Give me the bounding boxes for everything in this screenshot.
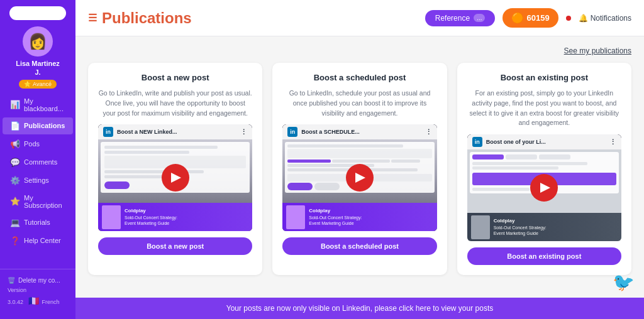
cards-grid: Boost a new post Go to LinkedIn, write a… [88,63,631,275]
sidebar-item-comments[interactable]: 💬 Comments [3,154,73,171]
sidebar: 👩 Lisa Martinez J. ⭐ Avancé 📊 My blackbo… [0,0,75,319]
play-button-3[interactable] [530,174,558,202]
video-footer-3: Coldplay Sold-Out Concert Strategy: Even… [467,213,621,241]
content-header: See my publications [88,46,631,55]
main-content: ☰ Publications Reference ... 🟠 60159 🔔 N… [75,0,644,319]
topbar-actions: Reference ... 🟠 60159 🔔 Notifications [425,8,631,28]
bird-mascot: 🐦 [613,272,638,297]
sidebar-item-help[interactable]: ❓ Help Center [3,232,73,249]
play-icon-1 [171,173,181,183]
boost-scheduled-button[interactable]: Boost a scheduled post [282,237,436,255]
boost-new-card: Boost a new post Go to LinkedIn, write a… [88,63,262,275]
video-footer-image-2 [286,205,305,229]
notification-dot [566,16,571,21]
tutorials-icon: 💻 [10,218,20,227]
play-button-2[interactable] [346,164,374,192]
video-footer-text-2: Coldplay Sold-Out Concert Strategy: Even… [309,208,362,226]
coin-icon: 🟠 [511,12,524,24]
language-flag: 🇫🇷 [28,295,39,308]
boost-existing-button[interactable]: Boost an existing post [467,247,621,265]
video-new[interactable]: in Boost a NEW Linked... ⋮ [98,124,252,231]
user-name-line2: J. [35,68,40,77]
video-menu-icon-3: ⋮ [609,138,616,146]
user-badge: ⭐ Avancé [19,80,57,89]
reference-button[interactable]: Reference ... [425,10,496,26]
delete-account-button[interactable]: 🗑️ Delete my co... [8,274,68,286]
video-footer-text-3: Coldplay Sold-Out Concert Strategy: Even… [494,218,547,236]
video-existing[interactable]: in Boost one of your Li... ⋮ [467,134,621,241]
page-title: ☰ Publications [88,9,192,27]
coins-button[interactable]: 🟠 60159 [502,8,558,28]
bottom-notification-bar[interactable]: Your posts are now only visible on Linke… [75,298,644,319]
bell-icon: 🔔 [579,14,588,23]
sidebar-item-settings[interactable]: ⚙️ Settings [3,172,73,189]
topbar: ☰ Publications Reference ... 🟠 60159 🔔 N… [75,0,644,36]
video-footer-text-1: Coldplay Sold-Out Concert Strategy: Even… [125,208,177,226]
pods-icon: 📢 [10,139,20,149]
user-name: Lisa Martinez [16,59,60,68]
boost-existing-card: Boost an existing post For an existing p… [457,63,631,275]
video-scheduled[interactable]: in Boost a SCHEDULE... ⋮ [282,124,436,231]
linkedin-icon-3: in [472,137,482,147]
video-menu-icon: ⋮ [240,128,247,136]
star-icon: ⭐ [24,81,31,87]
subscription-icon: ⭐ [10,197,20,206]
settings-icon: ⚙️ [10,176,20,185]
help-icon: ❓ [10,236,20,246]
sidebar-search[interactable] [9,6,66,20]
card-desc-scheduled: Go to LinkedIn, schedule your post as us… [282,89,436,118]
boost-scheduled-card: Boost a scheduled post Go to LinkedIn, s… [272,63,447,275]
see-my-publications-button[interactable]: See my publications [564,46,631,55]
sidebar-item-publications[interactable]: 📄 Publications [3,117,73,134]
linkedin-icon-2: in [287,127,297,137]
card-title-existing: Boost an existing post [501,73,588,82]
video-footer-2: Coldplay Sold-Out Concert Strategy: Even… [282,203,436,231]
card-desc-new: Go to LinkedIn, write and publish your p… [98,89,252,118]
dashboard-icon: 📊 [10,100,20,109]
video-footer-image-1 [102,205,121,229]
version-info: Version 3.0.42 🇫🇷 French [8,286,68,308]
content-area: See my publications Boost a new post Go … [75,36,644,319]
sidebar-item-pods[interactable]: 📢 Pods [3,136,73,153]
play-button-1[interactable] [162,164,189,192]
sidebar-item-tutorials[interactable]: 💻 Tutorials [3,214,73,231]
card-title-scheduled: Boost a scheduled post [314,73,406,82]
play-icon-2 [355,173,365,183]
card-desc-existing: For an existing post, simply go to your … [467,89,621,128]
linkedin-icon: in [103,127,113,137]
video-menu-icon-2: ⋮ [425,128,432,136]
comments-icon: 💬 [10,158,20,167]
page-title-icon: ☰ [88,12,97,24]
avatar: 👩 [23,26,53,57]
video-footer-1: Coldplay Sold-Out Concert Strategy: Even… [98,203,252,231]
card-title-new: Boost a new post [142,73,209,82]
sidebar-navigation: 📊 My blackboard... 📄 Publications 📢 Pods… [0,94,75,249]
sidebar-footer: 🗑️ Delete my co... Version 3.0.42 🇫🇷 Fre… [0,269,75,313]
sidebar-item-subscription[interactable]: ⭐ My Subscription [3,190,73,213]
video-footer-image-3 [471,215,490,239]
reference-menu-icon: ... [474,14,485,22]
trash-icon: 🗑️ [8,277,15,284]
publications-icon: 📄 [10,121,20,131]
boost-new-button[interactable]: Boost a new post [98,237,252,255]
play-icon-3 [540,183,550,193]
notifications-button[interactable]: 🔔 Notifications [579,14,631,23]
sidebar-item-dashboard[interactable]: 📊 My blackboard... [3,94,73,116]
